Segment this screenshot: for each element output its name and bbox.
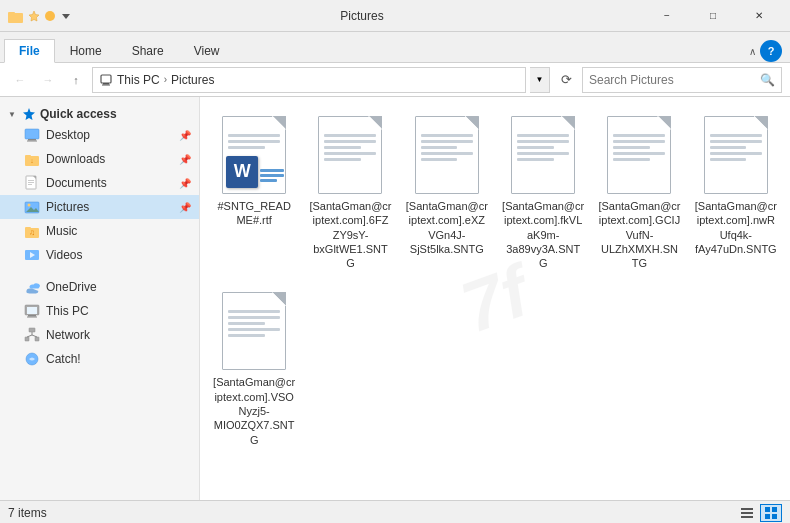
svg-marker-4	[62, 14, 70, 19]
main-layout: ▼ Quick access Desktop 📌	[0, 97, 790, 500]
up-button[interactable]: ↑	[64, 68, 88, 92]
onedrive-icon	[24, 279, 40, 295]
file-icon-generic	[214, 288, 294, 373]
desktop-icon	[24, 127, 40, 143]
sidebar-downloads-label: Downloads	[46, 152, 105, 166]
svg-rect-32	[29, 328, 35, 332]
path-this-pc[interactable]: This PC	[117, 73, 160, 87]
svg-line-36	[27, 335, 32, 337]
address-bar: ← → ↑ This PC › Pictures ▼ ⟳ 🔍	[0, 63, 790, 97]
quick-access-header[interactable]: ▼ Quick access	[0, 101, 199, 123]
svg-rect-7	[102, 84, 110, 85]
svg-rect-33	[25, 337, 29, 341]
file-item[interactable]: W #SNTG_README#.rtf	[208, 105, 300, 277]
svg-rect-30	[28, 315, 36, 317]
svg-rect-45	[772, 514, 777, 519]
sidebar-item-pictures[interactable]: Pictures 📌	[0, 195, 199, 219]
svg-rect-43	[772, 507, 777, 512]
refresh-button[interactable]: ⟳	[554, 67, 578, 93]
sidebar-item-desktop[interactable]: Desktop 📌	[0, 123, 199, 147]
svg-rect-10	[28, 139, 36, 141]
ribbon-tabs: File Home Share View ∧ ?	[0, 32, 790, 62]
downloads-icon: ↓	[24, 151, 40, 167]
title-folder-icon	[8, 8, 24, 24]
file-icon-generic	[407, 112, 487, 197]
file-area: 7f W	[200, 97, 790, 500]
path-pictures[interactable]: Pictures	[171, 73, 214, 87]
catch-icon	[24, 351, 40, 367]
sidebar-desktop-label: Desktop	[46, 128, 90, 142]
file-item[interactable]: [SantaGman@criptext.com].VSONyzj5-MIO0ZQ…	[208, 281, 300, 453]
videos-icon	[24, 247, 40, 263]
svg-rect-34	[35, 337, 39, 341]
title-bar: Pictures − □ ✕	[0, 0, 790, 32]
search-box: 🔍	[582, 67, 782, 93]
file-icon-generic	[310, 112, 390, 197]
file-item[interactable]: [SantaGman@criptext.com].nwRUfq4k-fAy47u…	[690, 105, 782, 277]
svg-rect-44	[765, 514, 770, 519]
sidebar-item-videos[interactable]: Videos	[0, 243, 199, 267]
help-button[interactable]: ?	[760, 40, 782, 62]
network-icon	[24, 327, 40, 343]
documents-pin-icon: 📌	[179, 178, 191, 189]
sidebar-item-documents[interactable]: Documents 📌	[0, 171, 199, 195]
sidebar-item-onedrive[interactable]: OneDrive	[0, 275, 199, 299]
svg-marker-8	[23, 108, 35, 120]
search-icon[interactable]: 🔍	[760, 73, 775, 87]
sidebar-item-music[interactable]: ♫ Music	[0, 219, 199, 243]
file-icon-generic	[599, 112, 679, 197]
back-button[interactable]: ←	[8, 68, 32, 92]
forward-button[interactable]: →	[36, 68, 60, 92]
svg-rect-31	[27, 317, 37, 318]
sidebar-network-label: Network	[46, 328, 90, 342]
quick-access-label: Quick access	[40, 107, 117, 121]
svg-rect-18	[28, 182, 34, 183]
tab-view[interactable]: View	[179, 39, 235, 62]
file-icon-generic	[503, 112, 583, 197]
ribbon: File Home Share View ∧ ?	[0, 32, 790, 63]
svg-line-37	[32, 335, 37, 337]
thispc-icon	[24, 303, 40, 319]
address-path[interactable]: This PC › Pictures	[92, 67, 526, 93]
svg-point-21	[28, 204, 31, 207]
file-label: [SantaGman@criptext.com].fkVLaK9m-3a89vy…	[502, 199, 584, 270]
svg-rect-19	[28, 184, 32, 185]
tab-share[interactable]: Share	[117, 39, 179, 62]
file-label: [SantaGman@criptext.com].GCIJVufN-ULZhXM…	[598, 199, 680, 270]
large-icon-view-btn[interactable]	[760, 504, 782, 522]
sidebar-item-network[interactable]: Network	[0, 323, 199, 347]
pictures-pin-icon: 📌	[179, 202, 191, 213]
file-item[interactable]: [SantaGman@criptext.com].eXZVGn4J-SjSt5l…	[401, 105, 493, 277]
files-grid: W #SNTG_README#.rtf	[208, 105, 782, 454]
search-input[interactable]	[589, 73, 760, 87]
file-label: #SNTG_README#.rtf	[213, 199, 295, 228]
file-label: [SantaGman@criptext.com].eXZVGn4J-SjSt5l…	[406, 199, 488, 256]
close-button[interactable]: ✕	[736, 0, 782, 32]
file-label: [SantaGman@criptext.com].6FZZY9sY-bxGltW…	[309, 199, 391, 270]
sidebar-item-thispc[interactable]: This PC	[0, 299, 199, 323]
maximize-button[interactable]: □	[690, 0, 736, 32]
desktop-pin-icon: 📌	[179, 130, 191, 141]
ribbon-collapse-btn[interactable]: ∧	[745, 44, 760, 59]
window-title: Pictures	[80, 9, 644, 23]
file-icon-generic	[696, 112, 776, 197]
svg-rect-6	[103, 83, 109, 85]
file-item[interactable]: [SantaGman@criptext.com].GCIJVufN-ULZhXM…	[593, 105, 685, 277]
svg-rect-5	[101, 75, 111, 83]
view-controls	[736, 504, 782, 522]
pictures-icon	[24, 199, 40, 215]
svg-rect-42	[765, 507, 770, 512]
minimize-button[interactable]: −	[644, 0, 690, 32]
tab-file[interactable]: File	[4, 39, 55, 63]
sidebar-item-catch[interactable]: Catch!	[0, 347, 199, 371]
file-item[interactable]: [SantaGman@criptext.com].fkVLaK9m-3a89vy…	[497, 105, 589, 277]
svg-rect-9	[25, 129, 39, 139]
list-view-btn[interactable]	[736, 504, 758, 522]
sidebar-item-downloads[interactable]: ↓ Downloads 📌	[0, 147, 199, 171]
path-dropdown-btn[interactable]: ▼	[530, 67, 550, 93]
file-item[interactable]: [SantaGman@criptext.com].6FZZY9sY-bxGltW…	[304, 105, 396, 277]
status-bar: 7 items	[0, 500, 790, 523]
svg-rect-41	[741, 516, 753, 518]
window-controls[interactable]: − □ ✕	[644, 0, 782, 32]
tab-home[interactable]: Home	[55, 39, 117, 62]
